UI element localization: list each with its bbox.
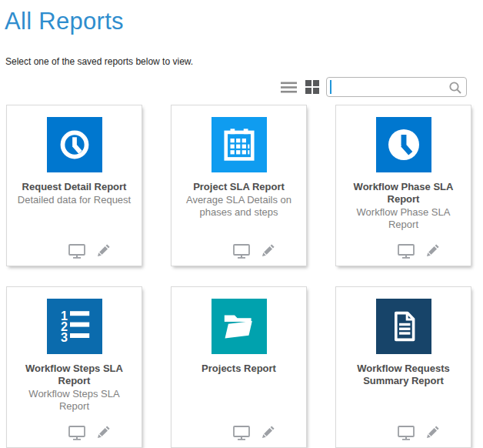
card-actions bbox=[336, 424, 471, 441]
folder-open-icon bbox=[221, 308, 258, 345]
report-title: Workflow Requests Summary Report bbox=[346, 363, 461, 387]
pencil-icon bbox=[95, 242, 112, 259]
report-title: Workflow Steps SLA Report bbox=[17, 363, 132, 387]
report-subtitle: Workflow Steps SLA Report bbox=[15, 388, 134, 413]
document-icon bbox=[385, 308, 422, 345]
report-subtitle: Workflow Phase SLA Report bbox=[344, 206, 463, 231]
grid-view-icon[interactable] bbox=[305, 79, 320, 95]
view-report-icon[interactable] bbox=[396, 424, 416, 441]
monitor-icon bbox=[67, 424, 87, 441]
edit-report-icon[interactable] bbox=[259, 424, 276, 441]
pencil-icon bbox=[95, 424, 112, 441]
edit-report-icon[interactable] bbox=[95, 424, 112, 441]
report-card[interactable]: Request Detail Report Detailed data for … bbox=[6, 105, 142, 266]
edit-report-icon[interactable] bbox=[424, 242, 441, 259]
view-report-icon[interactable] bbox=[232, 424, 251, 441]
pencil-icon bbox=[424, 242, 441, 259]
report-card[interactable]: 123 Workflow Steps SLA Report Workflow S… bbox=[6, 286, 142, 448]
text-caret bbox=[330, 80, 331, 94]
card-actions bbox=[172, 242, 306, 259]
page-subtitle: Select one of the saved reports below to… bbox=[5, 56, 483, 67]
report-card[interactable]: Workflow Phase SLA Report Workflow Phase… bbox=[335, 105, 471, 266]
pencil-icon bbox=[259, 424, 276, 441]
list-view-icon[interactable] bbox=[280, 80, 298, 95]
monitor-icon bbox=[396, 424, 416, 441]
report-card[interactable]: Workflow Requests Summary Report bbox=[335, 286, 471, 448]
edit-report-icon[interactable] bbox=[424, 424, 441, 441]
view-report-icon[interactable] bbox=[232, 242, 251, 259]
pencil-icon bbox=[259, 242, 276, 259]
clock-outline-icon bbox=[57, 127, 92, 162]
report-title: Workflow Phase SLA Report bbox=[346, 181, 461, 206]
numbered-list-icon: 123 bbox=[56, 308, 93, 345]
monitor-icon bbox=[232, 424, 251, 441]
page-title: All Reports bbox=[5, 8, 483, 35]
report-title: Projects Report bbox=[182, 363, 296, 375]
reports-grid: Request Detail Report Detailed data for … bbox=[6, 105, 483, 448]
toolbar bbox=[0, 77, 467, 97]
report-title: Request Detail Report bbox=[17, 181, 132, 193]
clock-solid-icon bbox=[385, 125, 423, 164]
report-card[interactable]: Projects Report bbox=[171, 286, 307, 448]
monitor-icon bbox=[396, 242, 416, 259]
card-actions bbox=[7, 424, 142, 441]
report-subtitle: Detailed data for Request bbox=[15, 194, 134, 206]
report-card[interactable]: Project SLA Report Average SLA Details o… bbox=[171, 105, 307, 266]
view-report-icon[interactable] bbox=[67, 424, 87, 441]
monitor-icon bbox=[232, 242, 251, 259]
view-report-icon[interactable] bbox=[67, 242, 87, 259]
svg-text:3: 3 bbox=[61, 330, 68, 344]
calendar-icon bbox=[222, 127, 257, 162]
search-box bbox=[326, 77, 467, 97]
card-actions bbox=[7, 242, 142, 259]
report-title: Project SLA Report bbox=[182, 181, 296, 193]
report-subtitle: Average SLA Details on phases and steps bbox=[179, 194, 298, 219]
search-input[interactable] bbox=[327, 78, 466, 96]
card-actions bbox=[172, 424, 306, 441]
edit-report-icon[interactable] bbox=[95, 242, 112, 259]
edit-report-icon[interactable] bbox=[259, 242, 276, 259]
card-actions bbox=[336, 242, 471, 259]
pencil-icon bbox=[424, 424, 441, 441]
view-report-icon[interactable] bbox=[396, 242, 416, 259]
monitor-icon bbox=[67, 242, 87, 259]
view-toggle bbox=[280, 79, 320, 95]
